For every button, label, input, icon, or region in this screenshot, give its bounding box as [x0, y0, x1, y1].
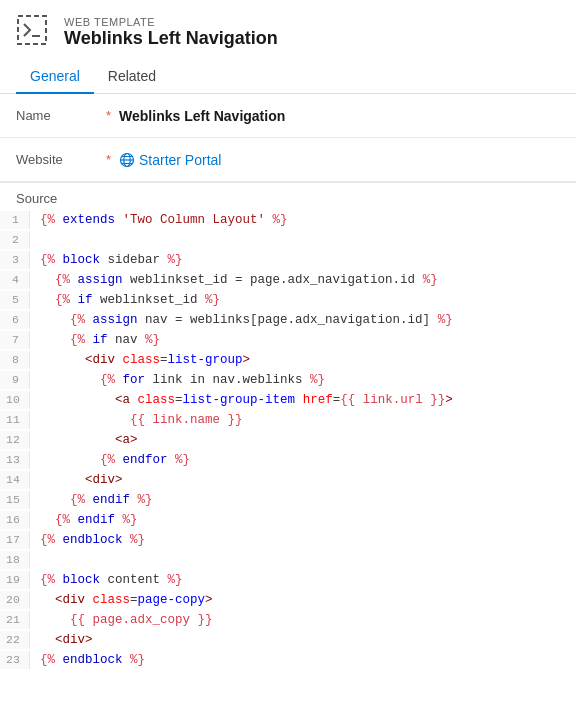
line-content: {% endblock %}: [30, 650, 145, 670]
code-line: 4 {% assign weblinkset_id = page.adx_nav…: [0, 270, 576, 290]
line-number: 7: [0, 331, 30, 349]
code-line: 18: [0, 550, 576, 570]
svg-rect-0: [18, 16, 46, 44]
code-line: 6 {% assign nav = weblinks[page.adx_navi…: [0, 310, 576, 330]
line-content: {% block content %}: [30, 570, 183, 590]
line-number: 8: [0, 351, 30, 369]
line-number: 6: [0, 311, 30, 329]
line-number: 20: [0, 591, 30, 609]
code-line: 10 <a class=list-group-item href={{ link…: [0, 390, 576, 410]
line-content: {{ page.adx_copy }}: [30, 610, 213, 630]
code-line: 5 {% if weblinkset_id %}: [0, 290, 576, 310]
line-content: {% endif %}: [30, 490, 153, 510]
code-line: 16 {% endif %}: [0, 510, 576, 530]
header-title: Weblinks Left Navigation: [64, 28, 278, 49]
code-line: 11 {{ link.name }}: [0, 410, 576, 430]
line-content: {% endif %}: [30, 510, 138, 530]
line-number: 10: [0, 391, 30, 409]
line-number: 12: [0, 431, 30, 449]
name-value: Weblinks Left Navigation: [119, 108, 285, 124]
code-line: 12 <a>: [0, 430, 576, 450]
line-content: {% assign nav = weblinks[page.adx_naviga…: [30, 310, 453, 330]
line-number: 15: [0, 491, 30, 509]
line-number: 18: [0, 551, 30, 569]
line-content: <div class=page-copy>: [30, 590, 213, 610]
code-line: 3{% block sidebar %}: [0, 250, 576, 270]
line-number: 17: [0, 531, 30, 549]
line-number: 1: [0, 211, 30, 229]
tab-bar: General Related: [0, 60, 576, 94]
line-content: {% endfor %}: [30, 450, 190, 470]
code-line: 20 <div class=page-copy>: [0, 590, 576, 610]
code-line: 13 {% endfor %}: [0, 450, 576, 470]
website-required: *: [106, 152, 111, 167]
main-content: Name * Weblinks Left Navigation Website …: [0, 94, 576, 670]
source-section: Source 1{% extends 'Two Column Layout' %…: [0, 182, 576, 670]
code-line: 22 <div>: [0, 630, 576, 650]
line-number: 16: [0, 511, 30, 529]
line-content: <div>: [30, 470, 123, 490]
line-number: 2: [0, 231, 30, 249]
header-subtitle: WEB TEMPLATE: [64, 16, 278, 28]
line-content: {% for link in nav.weblinks %}: [30, 370, 325, 390]
line-content: {% assign weblinkset_id = page.adx_navig…: [30, 270, 438, 290]
web-template-icon: [16, 14, 52, 50]
code-line: 1{% extends 'Two Column Layout' %}: [0, 210, 576, 230]
code-line: 23{% endblock %}: [0, 650, 576, 670]
code-line: 21 {{ page.adx_copy }}: [0, 610, 576, 630]
header-text-block: WEB TEMPLATE Weblinks Left Navigation: [64, 16, 278, 49]
line-content: {% extends 'Two Column Layout' %}: [30, 210, 288, 230]
code-line: 15 {% endif %}: [0, 490, 576, 510]
code-line: 17{% endblock %}: [0, 530, 576, 550]
code-line: 8 <div class=list-group>: [0, 350, 576, 370]
name-field-row: Name * Weblinks Left Navigation: [0, 94, 576, 138]
line-content: [30, 550, 48, 570]
code-line: 7 {% if nav %}: [0, 330, 576, 350]
line-number: 11: [0, 411, 30, 429]
line-content: {% if nav %}: [30, 330, 160, 350]
line-number: 14: [0, 471, 30, 489]
line-content: [30, 230, 48, 250]
website-label: Website: [16, 152, 106, 167]
website-field-row: Website * Starter Portal: [0, 138, 576, 182]
tab-general[interactable]: General: [16, 60, 94, 94]
line-content: <div class=list-group>: [30, 350, 250, 370]
code-line: 2: [0, 230, 576, 250]
code-line: 19{% block content %}: [0, 570, 576, 590]
name-label: Name: [16, 108, 106, 123]
line-number: 3: [0, 251, 30, 269]
line-content: <div>: [30, 630, 93, 650]
line-number: 5: [0, 291, 30, 309]
line-number: 13: [0, 451, 30, 469]
line-content: {% if weblinkset_id %}: [30, 290, 220, 310]
code-line: 9 {% for link in nav.weblinks %}: [0, 370, 576, 390]
line-number: 9: [0, 371, 30, 389]
line-content: <a class=list-group-item href={{ link.ur…: [30, 390, 453, 410]
line-content: <a>: [30, 430, 138, 450]
code-line: 14 <div>: [0, 470, 576, 490]
line-content: {% endblock %}: [30, 530, 145, 550]
globe-icon: [119, 152, 135, 168]
line-number: 23: [0, 651, 30, 669]
website-link[interactable]: Starter Portal: [139, 152, 221, 168]
line-number: 4: [0, 271, 30, 289]
line-number: 19: [0, 571, 30, 589]
line-content: {{ link.name }}: [30, 410, 243, 430]
name-required: *: [106, 108, 111, 123]
line-content: {% block sidebar %}: [30, 250, 183, 270]
line-number: 22: [0, 631, 30, 649]
page-header: WEB TEMPLATE Weblinks Left Navigation: [0, 0, 576, 60]
line-number: 21: [0, 611, 30, 629]
tab-related[interactable]: Related: [94, 60, 170, 94]
source-code-block: 1{% extends 'Two Column Layout' %}2 3{% …: [0, 210, 576, 670]
source-label: Source: [0, 182, 576, 210]
